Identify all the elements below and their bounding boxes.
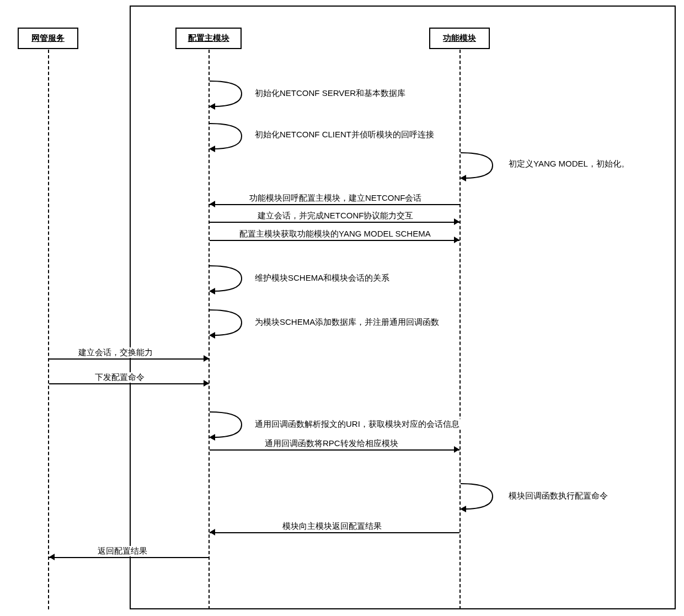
msg-m7-label: 模块向主模块返回配置结果 <box>281 521 383 532</box>
msg-s7-label: 模块回调函数执行配置命令 <box>507 491 609 501</box>
svg-marker-2 <box>460 175 466 181</box>
msg-m5 <box>49 383 209 384</box>
self-msg-s6 <box>209 411 253 440</box>
arrow-icon <box>454 446 459 453</box>
msg-m1 <box>210 204 459 205</box>
svg-marker-5 <box>209 434 215 441</box>
self-msg-s2 <box>209 122 253 152</box>
arrow-icon <box>210 529 215 535</box>
msg-m8-label: 返回配置结果 <box>97 546 148 556</box>
msg-m2 <box>210 222 459 223</box>
arrow-icon <box>204 380 209 387</box>
self-msg-s4 <box>209 265 253 294</box>
arrow-icon <box>49 554 55 560</box>
svg-marker-0 <box>209 103 215 110</box>
actor-func: 功能模块 <box>429 28 490 49</box>
msg-s2-label: 初始化NETCONF CLIENT并侦听模块的回呼连接 <box>254 130 435 140</box>
msg-m3 <box>210 240 459 241</box>
self-msg-s5 <box>209 309 253 338</box>
msg-m3-label: 配置主模块获取功能模块的YANG MODEL SCHEMA <box>238 229 432 239</box>
lifeline-nms <box>48 50 49 609</box>
arrow-icon <box>204 355 209 362</box>
svg-marker-6 <box>460 506 466 512</box>
svg-marker-3 <box>209 288 215 294</box>
msg-m5-label: 下发配置命令 <box>94 372 146 383</box>
svg-marker-1 <box>209 146 215 152</box>
msg-s1-label: 初始化NETCONF SERVER和基本数据库 <box>254 88 407 99</box>
arrow-icon <box>210 201 215 207</box>
msg-m1-label: 功能模块回呼配置主模块，建立NETCONF会话 <box>248 193 423 203</box>
msg-s3-label: 初定义YANG MODEL，初始化。 <box>507 159 630 169</box>
svg-marker-4 <box>209 332 215 339</box>
msg-m4 <box>49 358 209 360</box>
msg-s6-label: 通用回调函数解析报文的URI，获取模块对应的会话信息 <box>254 419 461 430</box>
self-msg-s1 <box>209 80 253 109</box>
msg-m4-label: 建立会话，交换能力 <box>77 347 154 358</box>
msg-s4-label: 维护模块SCHEMA和模块会话的关系 <box>254 273 391 283</box>
lifeline-func <box>459 50 461 609</box>
msg-s5-label: 为模块SCHEMA添加数据库，并注册通用回调函数 <box>254 317 440 328</box>
arrow-icon <box>454 218 459 225</box>
arrow-icon <box>454 237 459 243</box>
msg-m6 <box>210 449 459 451</box>
actor-main: 配置主模块 <box>175 28 242 49</box>
actor-nms: 网管服务 <box>18 28 78 49</box>
msg-m7 <box>210 532 459 533</box>
msg-m8 <box>49 557 209 558</box>
msg-m6-label: 通用回调函数将RPC转发给相应模块 <box>264 438 399 449</box>
msg-m2-label: 建立会话，并完成NETCONF协议能力交互 <box>256 211 415 221</box>
self-msg-s3 <box>459 152 504 181</box>
self-msg-s7 <box>459 483 504 512</box>
